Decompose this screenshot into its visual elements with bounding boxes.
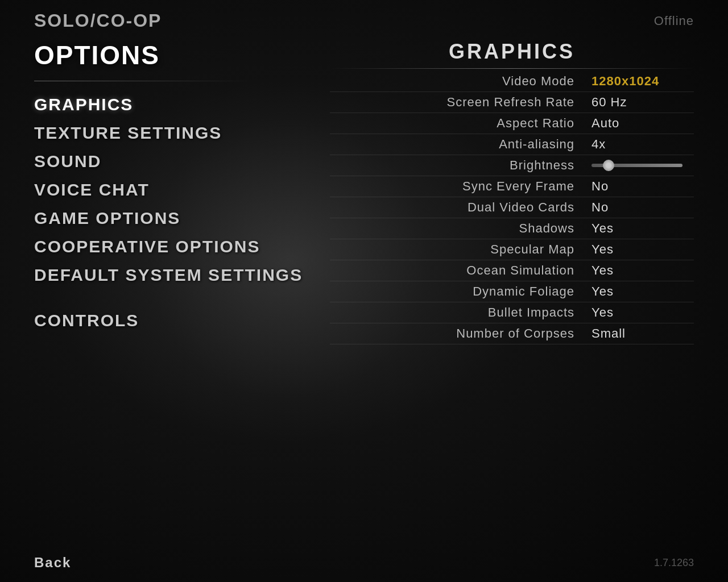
back-button[interactable]: Back [34,555,71,571]
left-panel: OPTIONS GRAPHICS TEXTURE SETTINGS SOUND … [34,34,318,548]
menu-item-game-options[interactable]: GAME OPTIONS [34,204,318,232]
connection-status: Offline [654,14,694,28]
setting-value-dual-video-cards: No [592,200,694,215]
menu-item-voice-chat[interactable]: VOICE CHAT [34,176,318,204]
setting-label-dynamic-foliage: Dynamic Foliage [330,284,592,299]
setting-value-video-mode: 728x582 [592,74,694,89]
setting-row-anti-aliasing[interactable]: Anti-aliasing 4x [330,134,694,155]
settings-table: Video Mode 728x582 Screen Refresh Rate… [330,71,694,344]
menu-item-default-system-settings[interactable]: DEFAULT SYSTEM SETTINGS [34,261,318,289]
top-bar: SOLO/CO-OP Offline [0,0,728,34]
setting-label-sync-every-frame: Sync Every Frame [330,179,592,194]
right-panel: GRAPHICS Video Mode 728x582 Screen Ref… [318,34,694,548]
version-label: 1.7.1263 [654,557,694,569]
menu-item-sound[interactable]: SOUND [34,147,318,176]
menu-item-cooperative-options[interactable]: COOPERATIVE OPTIONS [34,232,318,261]
setting-row-sync-every-frame[interactable]: Sync Every Frame No [330,176,694,197]
slider-thumb[interactable] [603,160,614,171]
setting-value-anti-aliasing: 4x [592,137,694,152]
setting-row-shadows[interactable]: Shadows Yes [330,218,694,239]
setting-label-shadows: Shadows [330,221,592,236]
menu-item-graphics[interactable]: GRAPHICS [34,90,318,119]
slider-track [592,164,682,167]
setting-label-number-of-corpses: Number of Corpses [330,326,592,341]
left-divider [34,81,250,81]
setting-row-dual-video-cards[interactable]: Dual Video Cards No [330,197,694,218]
setting-value-bullet-impacts: Yes [592,305,694,320]
setting-label-aspect-ratio: Aspect Ratio [330,116,592,131]
setting-row-number-of-corpses[interactable]: Number of Corpses Small [330,323,694,344]
setting-value-number-of-corpses: Small [592,326,694,341]
bottom-bar: Back 1.7.1263 [0,548,728,582]
setting-label-brightness: Brightness [330,158,592,173]
section-title: GRAPHICS [330,40,694,64]
setting-label-ocean-simulation: Ocean Simulation [330,263,592,278]
setting-value-dynamic-foliage: Yes [592,284,694,299]
setting-row-dynamic-foliage[interactable]: Dynamic Foliage Yes [330,281,694,302]
menu-item-controls[interactable]: CONTROLS [34,306,318,335]
setting-row-video-mode[interactable]: Video Mode 728x582 [330,71,694,92]
setting-label-specular-map: Specular Map [330,242,592,257]
setting-value-screen-refresh-rate: 60 Hz [592,95,694,110]
setting-label-bullet-impacts: Bullet Impacts [330,305,592,320]
setting-value-aspect-ratio: Auto [592,116,694,131]
setting-value-sync-every-frame: No [592,179,694,194]
setting-label-screen-refresh-rate: Screen Refresh Rate [330,95,592,110]
setting-row-ocean-simulation[interactable]: Ocean Simulation Yes [330,260,694,281]
setting-value-specular-map: Yes [592,242,694,257]
brightness-slider[interactable] [592,160,694,171]
setting-value-shadows: Yes [592,221,694,236]
menu-spacer [34,289,318,306]
setting-label-anti-aliasing: Anti-aliasing [330,137,592,152]
options-title: OPTIONS [34,40,318,70]
setting-row-screen-refresh-rate[interactable]: Screen Refresh Rate 60 Hz [330,92,694,113]
setting-value-ocean-simulation: Yes [592,263,694,278]
menu-item-texture-settings[interactable]: TEXTURE SETTINGS [34,119,318,147]
setting-row-specular-map[interactable]: Specular Map Yes [330,239,694,260]
main-content: OPTIONS GRAPHICS TEXTURE SETTINGS SOUND … [0,34,728,548]
setting-row-bullet-impacts[interactable]: Bullet Impacts Yes [330,302,694,323]
game-mode-title: SOLO/CO-OP [34,10,162,31]
setting-row-aspect-ratio[interactable]: Aspect Ratio Auto [330,113,694,134]
setting-label-dual-video-cards: Dual Video Cards [330,200,592,215]
setting-row-brightness[interactable]: Brightness [330,155,694,176]
section-divider [330,68,694,69]
setting-label-video-mode: Video Mode [330,74,592,89]
